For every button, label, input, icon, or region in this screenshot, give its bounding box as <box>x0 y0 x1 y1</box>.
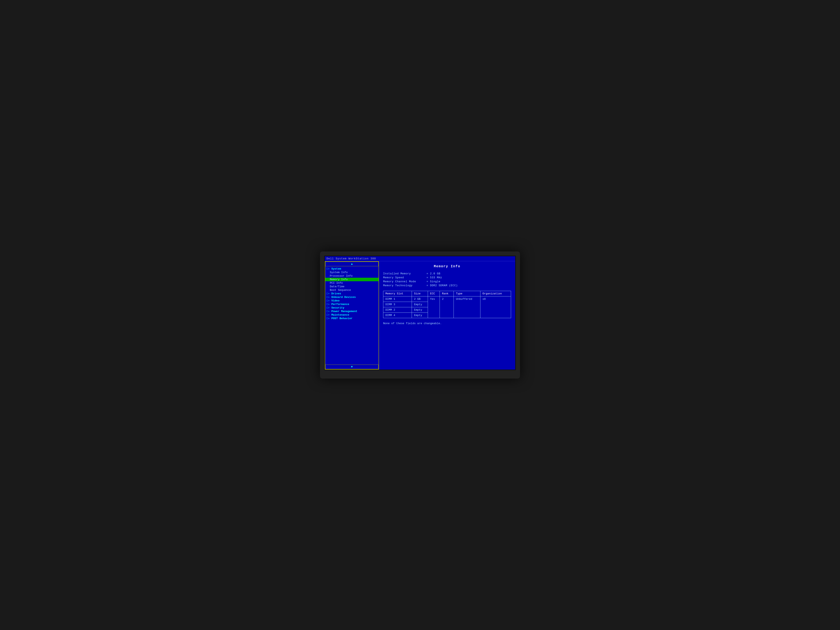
sidebar-item-video[interactable]: □─ Video <box>325 299 379 303</box>
drives-expand-icon: □─ <box>327 292 330 295</box>
sidebar-item-boot-sequence[interactable]: Boot Sequence <box>325 288 379 292</box>
cell-size: Empty <box>412 313 428 318</box>
channel-mode-value: = Single <box>426 280 440 283</box>
col-header-org: Organization <box>480 291 511 297</box>
info-channel-mode: Memory Channel Mode = Single <box>383 280 511 283</box>
cell-slot: DIMM 3 <box>383 302 412 307</box>
footnote: None of these fields are changeable. <box>383 322 511 325</box>
sidebar-item-system[interactable]: □─ System <box>325 267 379 271</box>
monitor-bezel: Dell System WorkStation 380 ▲ □─ System <box>320 251 520 379</box>
sidebar-item-pci-info[interactable]: PCI Info <box>325 281 379 285</box>
sidebar-item-performance[interactable]: □─ Performance <box>325 303 379 306</box>
col-header-size: Size <box>412 291 428 297</box>
title-bar: Dell System WorkStation 380 <box>325 256 515 261</box>
scroll-up-icon: ▲ <box>351 262 353 265</box>
cell-slot: DIMM 1 <box>383 297 412 302</box>
sidebar-item-date-time[interactable]: Date/Time <box>325 285 379 288</box>
table-row: DIMM 1 2 GB Yes 2 Unbuffered x8 <box>383 297 511 302</box>
scroll-down-icon: ▼ <box>351 365 353 368</box>
installed-memory-label: Installed Memory <box>383 272 425 275</box>
cell-slot: DIMM 2 <box>383 307 412 313</box>
content-title: Memory Info <box>383 265 511 268</box>
content-panel: Memory Info Installed Memory = 2.0 GB Me… <box>379 261 515 369</box>
cell-org: x8 <box>480 297 511 318</box>
memory-speed-label: Memory Speed <box>383 276 425 279</box>
cell-size: Empty <box>412 302 428 307</box>
sidebar-item-maintenance[interactable]: □─ Maintenance <box>325 313 379 317</box>
cell-slot: DIMM 4 <box>383 313 412 318</box>
sidebar: ▲ □─ System System Info Processor Info <box>325 261 379 369</box>
scroll-up-button[interactable]: ▲ <box>325 262 379 266</box>
sidebar-item-drives[interactable]: □─ Drives <box>325 292 379 295</box>
scroll-down-button[interactable]: ▼ <box>325 365 379 369</box>
sidebar-item-power-management[interactable]: □─ Power Management <box>325 309 379 313</box>
sidebar-item-onboard-devices[interactable]: □─ Onboard Devices <box>325 295 379 299</box>
info-installed-memory: Installed Memory = 2.0 GB <box>383 272 511 275</box>
maintenance-expand-icon: □─ <box>327 313 330 316</box>
cell-size: Empty <box>412 307 428 313</box>
sidebar-item-processor-info[interactable]: Processor Info <box>325 274 379 278</box>
memory-technology-label: Memory Technology <box>383 284 425 287</box>
memory-technology-value: = DDR2 SDRAM (ECC) <box>426 284 458 287</box>
title-bar-text: Dell System WorkStation 380 <box>327 257 376 260</box>
cell-type: Unbuffered <box>454 297 480 318</box>
sidebar-item-memory-info[interactable]: Memory Info <box>325 278 379 281</box>
onboard-expand-icon: □─ <box>327 295 330 299</box>
sidebar-items: □─ System System Info Processor Info Mem… <box>325 266 379 365</box>
channel-mode-label: Memory Channel Mode <box>383 280 425 283</box>
power-expand-icon: □─ <box>327 310 330 313</box>
cell-size: 2 GB <box>412 297 428 302</box>
cell-ecc: Yes <box>428 297 440 318</box>
monitor-screen: Dell System WorkStation 380 ▲ □─ System <box>324 256 516 370</box>
performance-expand-icon: □─ <box>327 303 330 306</box>
memory-table: Memory Slot Size ECC Rank Type Organizat… <box>383 291 511 318</box>
col-header-slot: Memory Slot <box>383 291 412 297</box>
security-expand-icon: □─ <box>327 306 330 309</box>
sidebar-item-system-info[interactable]: System Info <box>325 271 379 274</box>
video-expand-icon: □─ <box>327 299 330 302</box>
col-header-type: Type <box>454 291 480 297</box>
sidebar-item-post-behavior[interactable]: □─ POST Behavior <box>325 317 379 320</box>
cell-rank: 2 <box>440 297 454 318</box>
info-memory-technology: Memory Technology = DDR2 SDRAM (ECC) <box>383 284 511 287</box>
system-expand-icon: □─ <box>327 267 330 270</box>
col-header-rank: Rank <box>440 291 454 297</box>
post-expand-icon: □─ <box>327 317 330 320</box>
installed-memory-value: = 2.0 GB <box>426 272 440 275</box>
col-header-ecc: ECC <box>428 291 440 297</box>
info-memory-speed: Memory Speed = 533 MHz <box>383 276 511 279</box>
bios-container: ▲ □─ System System Info Processor Info <box>325 261 515 369</box>
sidebar-item-security[interactable]: □─ Security <box>325 306 379 309</box>
memory-speed-value: = 533 MHz <box>426 276 442 279</box>
